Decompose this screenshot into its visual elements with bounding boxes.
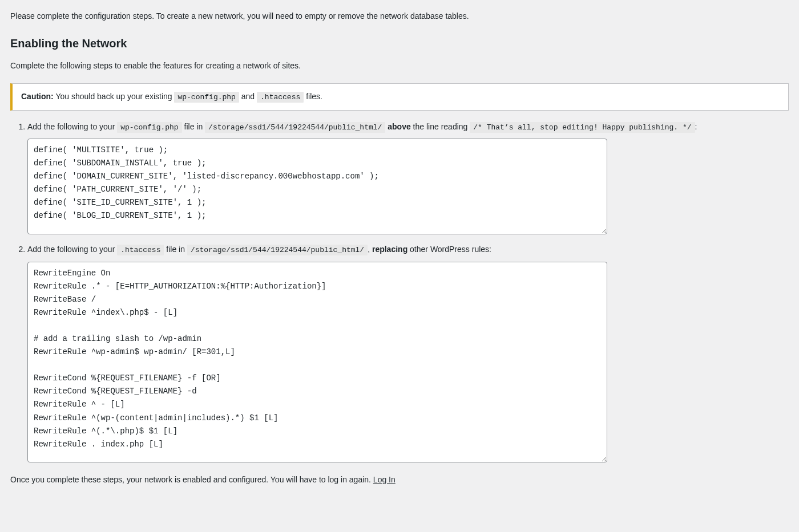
step-2: Add the following to your .htaccess file… bbox=[27, 243, 789, 462]
step-2-bold-replacing: replacing bbox=[372, 245, 407, 254]
caution-text-mid: and bbox=[239, 92, 257, 101]
completion-text: Once you complete these steps, your netw… bbox=[10, 475, 373, 484]
wp-config-filename: wp-config.php bbox=[174, 92, 239, 103]
caution-text-after: files. bbox=[304, 92, 322, 101]
step-2-text-3: , bbox=[368, 245, 372, 254]
caution-label: Caution: bbox=[21, 92, 54, 101]
htaccess-filename: .htaccess bbox=[257, 92, 304, 103]
install-path: /storage/ssd1/544/19224544/public_html/ bbox=[205, 122, 385, 133]
htaccess-filename: .htaccess bbox=[117, 245, 164, 255]
subtitle-paragraph: Complete the following steps to enable t… bbox=[10, 60, 789, 72]
wp-config-stop-comment: /* That’s all, stop editing! Happy publi… bbox=[470, 122, 695, 133]
step-1-text-5: : bbox=[695, 122, 697, 131]
step-1-text-2: file in bbox=[182, 122, 205, 131]
caution-text-before: You should back up your existing bbox=[54, 92, 175, 101]
step-2-text-4: other WordPress rules: bbox=[407, 245, 491, 254]
step-1: Add the following to your wp-config.php … bbox=[27, 121, 789, 235]
wp-config-code-textarea[interactable] bbox=[27, 139, 607, 234]
log-in-link[interactable]: Log In bbox=[373, 475, 396, 484]
wp-config-filename: wp-config.php bbox=[117, 122, 181, 133]
completion-paragraph: Once you complete these steps, your netw… bbox=[10, 474, 789, 486]
step-2-text-2: file in bbox=[164, 245, 187, 254]
step-1-bold-above: above bbox=[388, 122, 410, 131]
install-path: /storage/ssd1/544/19224544/public_html/ bbox=[187, 245, 368, 255]
steps-list: Add the following to your wp-config.php … bbox=[10, 121, 789, 462]
intro-paragraph: Please complete the configuration steps.… bbox=[10, 10, 789, 22]
htaccess-code-textarea[interactable] bbox=[27, 262, 607, 462]
step-1-instruction: Add the following to your wp-config.php … bbox=[27, 121, 789, 133]
step-2-text-1: Add the following to your bbox=[27, 245, 117, 254]
section-heading: Enabling the Network bbox=[10, 35, 789, 52]
step-1-text-4: the line reading bbox=[411, 122, 470, 131]
step-2-instruction: Add the following to your .htaccess file… bbox=[27, 243, 789, 256]
step-1-text-1: Add the following to your bbox=[27, 122, 117, 131]
caution-notice: Caution: You should back up your existin… bbox=[10, 83, 789, 111]
